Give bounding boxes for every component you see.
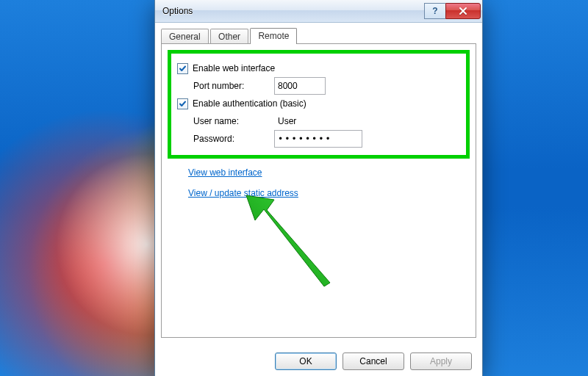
close-icon	[459, 7, 467, 15]
titlebar[interactable]: Options ?	[155, 0, 482, 23]
tab-remote[interactable]: Remote	[250, 28, 297, 44]
checkbox-enable-auth[interactable]	[177, 98, 188, 109]
password-input[interactable]	[274, 130, 362, 148]
label-username: User name:	[193, 116, 274, 126]
button-bar: OK Cancel Apply	[155, 352, 482, 370]
row-enable-web: Enable web interface	[177, 59, 460, 77]
close-button[interactable]	[445, 3, 481, 19]
label-port: Port number:	[193, 81, 274, 91]
row-enable-auth: Enable authentication (basic)	[177, 95, 460, 112]
port-input[interactable]	[274, 77, 326, 95]
tab-general[interactable]: General	[161, 29, 209, 44]
checkbox-enable-web[interactable]	[177, 63, 188, 74]
tab-other[interactable]: Other	[210, 29, 248, 44]
label-password: Password:	[193, 134, 274, 144]
ok-button[interactable]: OK	[275, 352, 337, 370]
help-button[interactable]: ?	[424, 3, 445, 19]
label-enable-web: Enable web interface	[193, 63, 275, 73]
row-password: Password:	[177, 130, 460, 148]
links-area: View web interface View / update static …	[172, 167, 465, 198]
tabstrip: General Other Remote	[161, 28, 476, 44]
row-port: Port number:	[177, 77, 460, 95]
link-view-web[interactable]: View web interface	[188, 167, 262, 178]
apply-button[interactable]: Apply	[410, 352, 472, 370]
cancel-button[interactable]: Cancel	[343, 352, 404, 370]
window-title: Options	[162, 6, 193, 16]
help-icon: ?	[432, 6, 437, 16]
client-area: General Other Remote Enable web interfac…	[161, 28, 476, 338]
tabpage-remote: Enable web interface Port number: Enable…	[161, 43, 476, 338]
check-icon	[179, 100, 187, 108]
link-static-address[interactable]: View / update static address	[188, 188, 298, 198]
label-enable-auth: Enable authentication (basic)	[193, 98, 306, 109]
highlight-box: Enable web interface Port number: Enable…	[168, 50, 470, 159]
check-icon	[179, 65, 187, 73]
username-input[interactable]	[274, 112, 362, 130]
options-dialog: Options ? General Other Remote Enable we…	[154, 0, 483, 376]
row-username: User name:	[177, 112, 460, 130]
